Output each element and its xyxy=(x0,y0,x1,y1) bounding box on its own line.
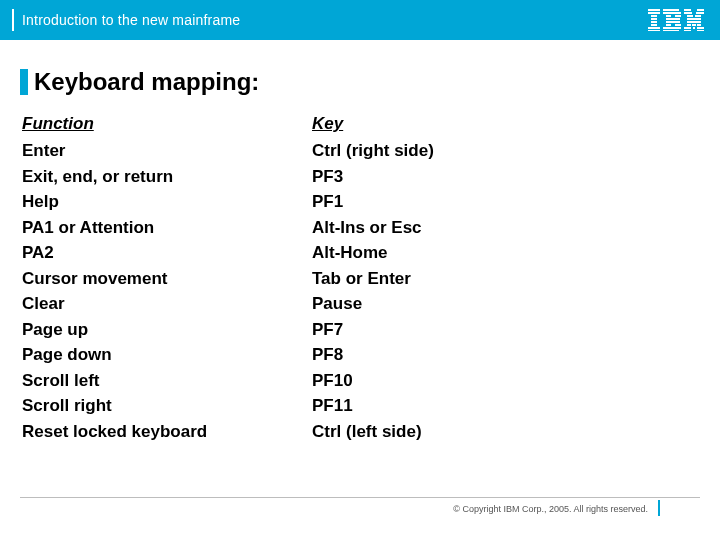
copyright-text: © Copyright IBM Corp., 2005. All rights … xyxy=(453,504,648,514)
mapping-table: Function Enter Exit, end, or return Help… xyxy=(20,114,700,444)
table-row: Pause xyxy=(312,291,602,317)
svg-rect-2 xyxy=(651,15,657,17)
footer-accent-bar xyxy=(658,500,660,516)
svg-rect-13 xyxy=(666,21,680,23)
svg-rect-30 xyxy=(693,27,695,29)
table-row: PA1 or Attention xyxy=(22,215,312,241)
table-row: PF11 xyxy=(312,393,602,419)
svg-rect-17 xyxy=(663,30,679,31)
key-header: Key xyxy=(312,114,602,134)
table-row: Alt-Home xyxy=(312,240,602,266)
svg-rect-6 xyxy=(648,27,660,29)
svg-rect-14 xyxy=(666,24,671,26)
table-row: Reset locked keyboard xyxy=(22,419,312,445)
svg-rect-27 xyxy=(692,24,696,26)
table-row: Ctrl (left side) xyxy=(312,419,602,445)
slide-title-row: Keyboard mapping: xyxy=(20,68,700,96)
svg-rect-5 xyxy=(651,24,657,26)
header-left: Introduction to the new mainframe xyxy=(12,9,240,31)
svg-rect-15 xyxy=(675,24,681,26)
svg-rect-32 xyxy=(684,30,691,31)
svg-rect-21 xyxy=(696,12,704,14)
table-row: PF1 xyxy=(312,189,602,215)
slide-header: Introduction to the new mainframe xyxy=(0,0,720,40)
table-row: PA2 xyxy=(22,240,312,266)
header-title: Introduction to the new mainframe xyxy=(22,12,240,28)
slide-body: Keyboard mapping: Function Enter Exit, e… xyxy=(0,40,720,444)
svg-rect-23 xyxy=(695,15,701,17)
table-row: Alt-Ins or Esc xyxy=(312,215,602,241)
title-accent-bar xyxy=(20,69,28,95)
table-row: Tab or Enter xyxy=(312,266,602,292)
ibm-logo-icon xyxy=(648,9,704,31)
table-row: Exit, end, or return xyxy=(22,164,312,190)
svg-rect-24 xyxy=(687,18,701,20)
svg-rect-12 xyxy=(666,18,680,20)
svg-rect-20 xyxy=(684,12,692,14)
svg-rect-10 xyxy=(666,15,671,17)
table-row: Cursor movement xyxy=(22,266,312,292)
table-row: Scroll right xyxy=(22,393,312,419)
svg-rect-28 xyxy=(697,24,701,26)
key-column: Key Ctrl (right side) PF3 PF1 Alt-Ins or… xyxy=(312,114,602,444)
slide-title: Keyboard mapping: xyxy=(34,68,259,96)
svg-rect-7 xyxy=(648,30,660,31)
function-column: Function Enter Exit, end, or return Help… xyxy=(22,114,312,444)
table-row: PF3 xyxy=(312,164,602,190)
svg-rect-33 xyxy=(697,30,704,31)
svg-rect-11 xyxy=(675,15,681,17)
header-divider xyxy=(12,9,14,31)
function-header: Function xyxy=(22,114,312,134)
svg-rect-0 xyxy=(648,9,660,11)
svg-rect-8 xyxy=(663,9,679,11)
table-row: PF8 xyxy=(312,342,602,368)
table-row: Clear xyxy=(22,291,312,317)
svg-rect-1 xyxy=(648,12,660,14)
table-row: Page down xyxy=(22,342,312,368)
svg-rect-19 xyxy=(697,9,704,11)
table-row: Ctrl (right side) xyxy=(312,138,602,164)
table-row: PF7 xyxy=(312,317,602,343)
svg-rect-25 xyxy=(687,21,701,23)
svg-rect-29 xyxy=(684,27,691,29)
table-row: Page up xyxy=(22,317,312,343)
svg-rect-18 xyxy=(684,9,691,11)
svg-rect-16 xyxy=(663,27,681,29)
footer-divider xyxy=(20,497,700,498)
svg-rect-3 xyxy=(651,18,657,20)
svg-rect-26 xyxy=(687,24,691,26)
table-row: Enter xyxy=(22,138,312,164)
svg-rect-4 xyxy=(651,21,657,23)
table-row: PF10 xyxy=(312,368,602,394)
table-row: Help xyxy=(22,189,312,215)
svg-rect-31 xyxy=(697,27,704,29)
svg-rect-22 xyxy=(687,15,693,17)
table-row: Scroll left xyxy=(22,368,312,394)
svg-rect-9 xyxy=(663,12,681,14)
